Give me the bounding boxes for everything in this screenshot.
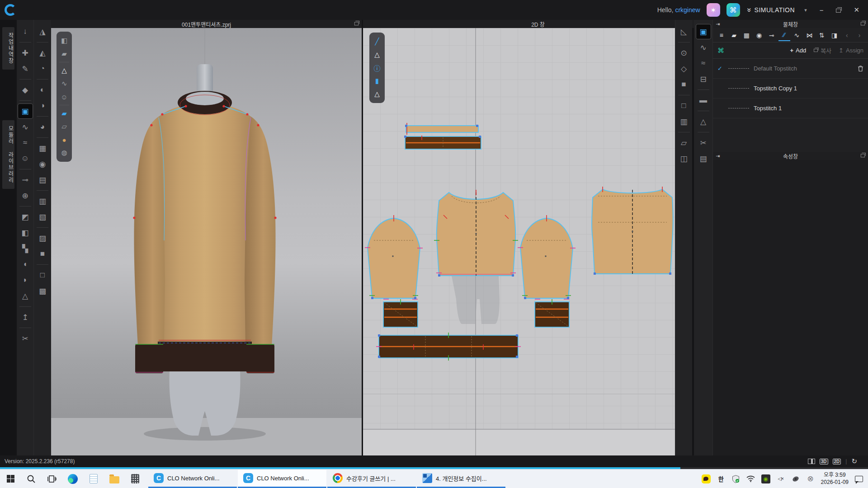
pin-tool-icon[interactable]: ⊸ (18, 172, 33, 188)
assign-button[interactable]: ↥Assign (839, 47, 863, 54)
needle-tool-icon[interactable]: ╱ (371, 35, 383, 48)
import-tool-icon[interactable]: ↓ (18, 24, 33, 39)
split-view-icon[interactable] (808, 459, 815, 464)
username[interactable]: crkginew (675, 6, 700, 14)
disconnect-icon[interactable]: ⊗ (806, 474, 815, 483)
menu-help[interactable] (225, 0, 240, 20)
menu-fabric[interactable] (109, 0, 124, 20)
menu-plugin[interactable] (196, 0, 211, 20)
pattern-outline-tool-icon[interactable]: □ (676, 98, 692, 113)
rectangle-tool-icon[interactable]: ■ (676, 77, 692, 92)
sewing-machine-2d-icon[interactable]: ▣ (696, 24, 711, 39)
viewport-3d[interactable]: ◧▰△∿☺▰▱●◍ (51, 28, 362, 455)
scatter-tool-icon[interactable]: ▩ (35, 283, 50, 299)
kakaotalk-icon[interactable] (702, 474, 711, 483)
zipper-tab-icon[interactable]: ⇅ (816, 29, 828, 41)
taskbar-app-clo-2[interactable]: C CLO Network Onli... (238, 470, 326, 488)
menu-production[interactable] (124, 0, 138, 20)
security-shield-icon[interactable] (731, 474, 741, 483)
start-button[interactable] (0, 469, 21, 488)
shirt-2d-tool-icon[interactable]: △ (696, 114, 711, 129)
menu-animation[interactable] (138, 0, 153, 20)
avatar-pose-tool-icon[interactable]: ◮ (35, 24, 50, 39)
collapse-arrow-icon[interactable]: ⇥ (716, 21, 720, 27)
select-2d-tool-icon[interactable]: ◺ (676, 24, 692, 39)
bow-tab-icon[interactable]: ⋈ (803, 29, 815, 41)
fabric-tab-icon[interactable]: ▰ (728, 29, 740, 41)
checker-fabric-tool-icon[interactable]: ▦ (35, 141, 50, 156)
puckering-tab-icon[interactable]: ∿ (791, 29, 803, 41)
fold-arrangement-tool-icon[interactable]: ◩ (18, 209, 33, 225)
show-avatar-icon[interactable]: ☺ (58, 90, 71, 103)
edit-sewing-tool-icon[interactable]: ✎ (18, 61, 33, 76)
task-view-button[interactable] (42, 469, 62, 488)
zipper-tool-icon[interactable]: ▥ (35, 193, 50, 209)
view-cube-icon[interactable]: ◧ (58, 34, 71, 47)
add-button[interactable]: +Add (790, 47, 806, 54)
list-tab-icon[interactable]: ≡ (716, 29, 727, 41)
show-seam-2d-icon[interactable]: △ (371, 88, 383, 100)
menu-avatar[interactable] (95, 0, 109, 20)
edge-button[interactable] (62, 469, 83, 488)
view-3d-button[interactable]: 3D (820, 459, 828, 465)
tray-app-icon[interactable] (791, 474, 800, 483)
action-center-button[interactable] (854, 474, 863, 483)
ime-indicator[interactable]: 한 (717, 474, 726, 483)
calculator-button[interactable] (125, 469, 146, 488)
close-button[interactable]: ✕ (850, 6, 863, 14)
segment-sewing-2d-icon[interactable]: ∿ (696, 40, 711, 55)
volume-muted-icon[interactable]: ◁× (776, 474, 785, 483)
menu-3d[interactable] (52, 0, 66, 20)
menu-2d[interactable] (66, 0, 80, 20)
search-button[interactable] (21, 469, 42, 488)
topstitch-row[interactable]: ✓ Topstitch Copy 1 (713, 79, 868, 99)
mesh-view-icon[interactable]: ▱ (58, 120, 71, 133)
grade-tool-icon[interactable]: ▤ (696, 151, 711, 166)
undock-icon[interactable] (861, 154, 865, 158)
segment-sewing-tool-icon[interactable]: ∿ (18, 119, 33, 135)
wifi-icon[interactable] (746, 474, 755, 483)
menu-materials-uv[interactable] (80, 0, 95, 20)
clo-set-icon[interactable]: ⌘ (726, 3, 740, 17)
swatch-tool-icon[interactable]: ▨ (35, 230, 50, 246)
minimize-button[interactable]: − (816, 6, 827, 14)
drape-tool-icon[interactable]: ◭ (35, 45, 50, 61)
tabs-next-icon[interactable]: › (854, 29, 865, 41)
undock-icon[interactable] (354, 22, 359, 26)
show-garment-icon[interactable]: △ (58, 64, 71, 77)
cut-tool-icon[interactable]: ✂ (18, 331, 33, 346)
wrap-left-tool-icon[interactable]: ◖ (18, 257, 33, 272)
taskbar-app-chrome[interactable]: 수강후기 글쓰기 | ... (327, 470, 416, 488)
shield-tool-icon[interactable]: ◫ (676, 151, 692, 166)
grid-view-icon[interactable]: ◍ (58, 146, 71, 159)
textured-view-icon[interactable]: ▰ (58, 107, 71, 120)
chain-tool-icon[interactable]: ◕ (35, 119, 50, 135)
button-tool-icon[interactable]: ◉ (35, 156, 50, 172)
show-garment-2d-icon[interactable]: △ (371, 48, 383, 61)
vest-tool-icon[interactable]: ▧ (35, 209, 50, 225)
button-tab-icon[interactable]: ◉ (753, 29, 765, 41)
lift-measure-tool-icon[interactable]: ↥ (18, 310, 33, 325)
simulation-button[interactable]: « SIMULATION (746, 5, 795, 14)
simulation-dropdown-caret[interactable]: ▾ (801, 7, 810, 13)
viewport-2d[interactable]: ╱△ⓘ▮△ (363, 28, 675, 455)
taskbar-app-doc[interactable]: 4. 개인정보 수집이... (417, 470, 505, 488)
info-icon[interactable]: ⓘ (371, 61, 383, 74)
show-pattern-icon[interactable]: ▰ (58, 47, 71, 60)
arrange-pieces-tool-icon[interactable]: ▚ (18, 241, 33, 256)
free-sewing-tool-icon[interactable]: ≈ (18, 135, 33, 150)
notepad-button[interactable] (83, 469, 104, 488)
square-tool-icon[interactable]: □ (35, 267, 50, 283)
tabs-prev-icon[interactable]: ‹ (841, 29, 853, 41)
menu-edit[interactable] (37, 0, 52, 20)
edit-point-tool-icon[interactable]: ⊙ (676, 45, 692, 61)
show-stitch-icon[interactable]: ∿ (58, 77, 71, 90)
wrap-right-tool-icon[interactable]: ◗ (18, 272, 33, 288)
notch-tool-icon[interactable]: ✂ (696, 135, 711, 150)
avatar-view-icon[interactable]: ● (58, 133, 71, 146)
topstitch-tab-icon[interactable]: ∕∕ (778, 29, 790, 41)
sewing-machine-tool-icon[interactable]: ▣ (18, 103, 33, 119)
buttonhole-tab-icon[interactable]: ⊸ (766, 29, 778, 41)
view-2d-button[interactable]: 2D (833, 459, 841, 465)
detail-sewing-2d-icon[interactable]: ⊟ (696, 71, 711, 87)
